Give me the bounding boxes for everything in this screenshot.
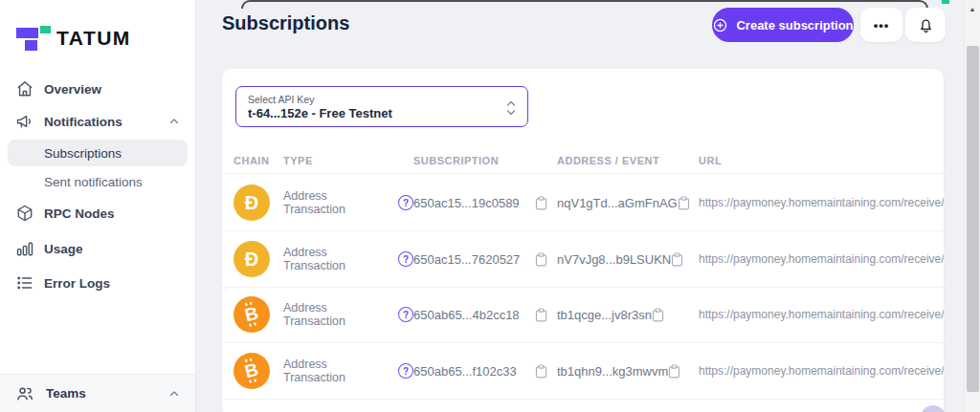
tatum-logo[interactable]: TATUM [15, 25, 131, 51]
ellipsis-icon: ••• [874, 18, 890, 33]
address-value: tb1qcge...jv8r3sn [557, 308, 652, 322]
copy-icon[interactable] [678, 196, 690, 210]
create-subscription-button[interactable]: Create subscription [712, 8, 854, 42]
subscription-id: 650ac15...19c0589 [413, 196, 520, 210]
copy-icon[interactable] [535, 196, 547, 210]
api-key-select-label: Select API Key [248, 94, 499, 105]
sidebar-item-rpc-nodes[interactable]: RPC Nodes [8, 199, 188, 228]
more-options-button[interactable]: ••• [860, 8, 902, 42]
copy-icon[interactable] [652, 308, 664, 322]
address-value: nqV1gTd...aGmFnAG [557, 196, 678, 210]
column-header-url: URL [699, 155, 944, 166]
sidebar-item-label: RPC Nodes [44, 206, 115, 221]
sidebar-item-error-logs[interactable]: Error Logs [8, 269, 188, 297]
plus-circle-icon [712, 17, 728, 33]
create-subscription-label: Create subscription [736, 18, 853, 33]
teams-icon [15, 384, 34, 403]
help-icon[interactable] [398, 195, 413, 210]
megaphone-icon [15, 112, 34, 131]
sidebar-item-label: Teams [46, 386, 86, 401]
bell-icon [917, 16, 935, 34]
table-row: Address Transaction 650ac15...7620527 nV… [222, 231, 944, 288]
copy-icon[interactable] [671, 252, 683, 267]
sidebar-item-label: Sent notifications [44, 175, 143, 189]
chevron-up-icon [168, 388, 180, 400]
copy-icon[interactable] [535, 252, 547, 267]
sidebar: TATUM Overview Notifications Subscriptio… [0, 0, 196, 412]
bitcoin-icon: B [234, 353, 270, 389]
scrollbar[interactable]: ▲ [964, 0, 980, 412]
subscriptions-card: Select API Key t-64...152e - Free Testne… [222, 69, 944, 412]
help-icon[interactable] [398, 363, 413, 379]
table-row: B Address Transaction 650ab65...f102c33 … [222, 343, 944, 400]
subscription-id: 650ac15...7620527 [413, 252, 520, 267]
type-label: Address Transaction [283, 358, 391, 384]
notifications-bell-button[interactable] [905, 8, 946, 42]
sidebar-item-teams[interactable]: Teams [0, 374, 195, 412]
sidebar-item-usage[interactable]: Usage [8, 234, 188, 263]
bar-chart-icon [15, 239, 34, 258]
address-value: nV7vJg8...b9LSUKN [557, 252, 671, 267]
sidebar-item-subscriptions[interactable]: Subscriptions [8, 140, 188, 166]
cube-icon [15, 204, 34, 223]
column-header-address-event: ADDRESS / EVENT [557, 155, 699, 166]
sidebar-nav: Overview Notifications Subscriptions Sen… [8, 75, 188, 301]
copy-icon[interactable] [668, 364, 680, 379]
column-header-subscription: SUBSCRIPTION [413, 155, 557, 166]
home-icon [15, 79, 34, 98]
brand-name: TATUM [56, 27, 131, 50]
subscription-id: 650ab65...f102c33 [413, 364, 517, 379]
webhook-url: https://paymoney.homemaintaining.com/rec… [699, 308, 944, 321]
webhook-url: https://paymoney.homemaintaining.com/rec… [699, 364, 944, 378]
sidebar-item-sent-notifications[interactable]: Sent notifications [8, 168, 188, 195]
api-key-select-value: t-64...152e - Free Testnet [248, 106, 499, 120]
column-header-chain: CHAIN [234, 155, 283, 166]
address-value: tb1qhn9...kg3mwvm [557, 364, 668, 379]
type-label: Address Transaction [283, 301, 391, 328]
scrollbar-up-arrow[interactable]: ▲ [965, 6, 980, 12]
help-icon[interactable] [398, 251, 413, 267]
list-icon [15, 273, 34, 293]
column-header-type: TYPE [283, 155, 413, 166]
type-label: Address Transaction [283, 246, 391, 272]
page-title: Subscriptions [222, 12, 349, 34]
chevron-up-icon [168, 116, 180, 127]
webhook-url: https://paymoney.homemaintaining.com/rec… [699, 196, 944, 209]
sidebar-item-notifications[interactable]: Notifications [8, 107, 188, 136]
sidebar-item-label: Notifications [44, 115, 122, 129]
webhook-url: https://paymoney.homemaintaining.com/rec… [699, 252, 944, 266]
sidebar-item-overview[interactable]: Overview [8, 75, 188, 103]
type-label: Address Transaction [283, 189, 391, 216]
dogecoin-icon [234, 241, 270, 277]
sidebar-item-label: Usage [44, 242, 83, 256]
tatum-logo-icon [15, 25, 52, 51]
sidebar-item-label: Overview [44, 82, 101, 97]
scrollbar-thumb[interactable] [967, 46, 979, 392]
sidebar-item-label: Subscriptions [44, 146, 122, 161]
table-row: Address Transaction 650ac15...19c0589 nq… [222, 175, 944, 231]
table-header-row: CHAIN TYPE SUBSCRIPTION ADDRESS / EVENT … [222, 148, 944, 174]
bitcoin-icon: B [234, 296, 270, 333]
select-chevrons-icon [505, 99, 517, 117]
table-row: B Address Transaction 650ab65...4b2cc18 … [222, 287, 944, 343]
subscription-id: 650ab65...4b2cc18 [413, 308, 520, 322]
api-key-select[interactable]: Select API Key t-64...152e - Free Testne… [235, 86, 528, 127]
copy-icon[interactable] [535, 308, 547, 322]
copy-icon[interactable] [535, 364, 547, 379]
window-edge-mark [942, 0, 949, 4]
sidebar-item-label: Error Logs [44, 276, 110, 291]
help-icon[interactable] [398, 307, 413, 322]
dogecoin-icon [234, 184, 270, 221]
